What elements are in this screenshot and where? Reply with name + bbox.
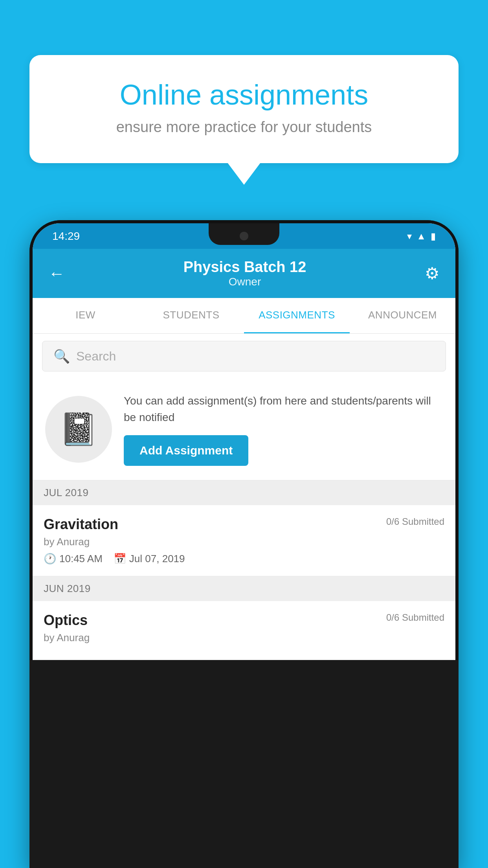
tabs-bar: IEW STUDENTS ASSIGNMENTS ANNOUNCEM	[33, 298, 455, 334]
search-bar-container: 🔍 Search	[33, 334, 455, 379]
calendar-icon: 📅	[114, 553, 126, 565]
header-subtitle: Owner	[183, 276, 306, 288]
bubble-subtitle: ensure more practice for your students	[57, 119, 431, 136]
promo-bubble: Online assignments ensure more practice …	[29, 55, 459, 163]
month-header-jun: JUN 2019	[33, 576, 455, 601]
tab-assignments[interactable]: ASSIGNMENTS	[244, 298, 350, 333]
header-center: Physics Batch 12 Owner	[183, 259, 306, 288]
assignment-time: 10:45 AM	[59, 553, 103, 565]
assignment-meta: 🕐 10:45 AM 📅 Jul 07, 2019	[44, 553, 444, 565]
promo-right: You can add assignment(s) from here and …	[124, 393, 443, 466]
camera	[240, 232, 248, 240]
promo-section: 📓 You can add assignment(s) from here an…	[33, 379, 455, 480]
search-input[interactable]: 🔍 Search	[42, 341, 446, 371]
back-button[interactable]: ←	[48, 264, 65, 283]
month-label-jul: JUL 2019	[44, 487, 88, 498]
add-assignment-button[interactable]: Add Assignment	[124, 435, 248, 466]
tab-students[interactable]: STUDENTS	[138, 298, 244, 333]
meta-date: 📅 Jul 07, 2019	[114, 553, 185, 565]
status-icons: ▾ ▲ ▮	[407, 231, 436, 242]
assignment-optics[interactable]: Optics 0/6 Submitted by Anurag	[33, 601, 455, 660]
status-bar: 14:29 ▾ ▲ ▮	[33, 223, 455, 249]
tab-announcements[interactable]: ANNOUNCEM	[350, 298, 455, 333]
assignment-top: Gravitation 0/6 Submitted	[44, 516, 444, 533]
assignment-submitted: 0/6 Submitted	[386, 516, 444, 527]
search-icon: 🔍	[53, 348, 70, 364]
notebook-icon: 📓	[59, 411, 98, 448]
header-title: Physics Batch 12	[183, 259, 306, 276]
bubble-title: Online assignments	[57, 79, 431, 111]
assignment-submitted-optics: 0/6 Submitted	[386, 612, 444, 623]
wifi-icon: ▾	[407, 231, 412, 242]
notch	[209, 223, 279, 245]
promo-icon-circle: 📓	[45, 396, 112, 463]
clock-icon: 🕐	[44, 553, 56, 565]
tab-overview[interactable]: IEW	[33, 298, 138, 333]
screen-wrapper: 14:29 ▾ ▲ ▮ ← Physics Batch 12 Owner ⚙ I…	[33, 223, 455, 660]
meta-time: 🕐 10:45 AM	[44, 553, 103, 565]
assignment-name-optics: Optics	[44, 612, 88, 629]
assignment-date: Jul 07, 2019	[129, 553, 185, 565]
phone-frame: 14:29 ▾ ▲ ▮ ← Physics Batch 12 Owner ⚙ I…	[29, 220, 459, 868]
phone-inner: 14:29 ▾ ▲ ▮ ← Physics Batch 12 Owner ⚙ I…	[29, 220, 459, 660]
month-label-jun: JUN 2019	[44, 583, 91, 594]
app-header: ← Physics Batch 12 Owner ⚙	[33, 249, 455, 298]
search-placeholder: Search	[76, 349, 116, 364]
battery-icon: ▮	[431, 231, 436, 242]
assignment-author: by Anurag	[44, 536, 444, 548]
settings-icon[interactable]: ⚙	[425, 264, 440, 283]
assignment-name: Gravitation	[44, 516, 118, 533]
signal-icon: ▲	[416, 231, 426, 242]
promo-description: You can add assignment(s) from here and …	[124, 393, 443, 426]
assignment-author-optics: by Anurag	[44, 632, 444, 644]
status-time: 14:29	[52, 230, 80, 243]
assignment-gravitation[interactable]: Gravitation 0/6 Submitted by Anurag 🕐 10…	[33, 505, 455, 576]
assignment-top-optics: Optics 0/6 Submitted	[44, 612, 444, 629]
bubble-card: Online assignments ensure more practice …	[29, 55, 459, 163]
month-header-jul: JUL 2019	[33, 480, 455, 505]
